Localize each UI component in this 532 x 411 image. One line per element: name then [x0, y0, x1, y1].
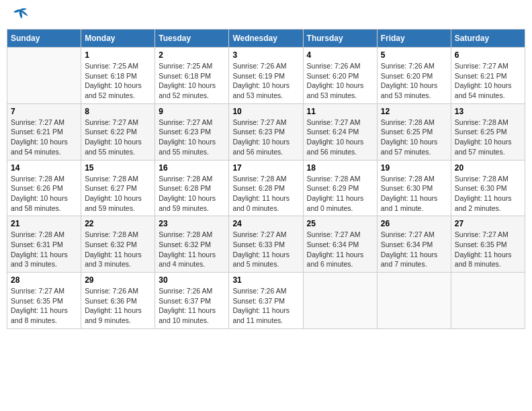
day-number: 8: [85, 107, 151, 116]
day-number: 10: [232, 107, 299, 116]
calendar-cell: 20Sunrise: 7:28 AMSunset: 6:30 PMDayligh…: [451, 160, 525, 216]
calendar: SundayMondayTuesdayWednesdayThursdayFrid…: [7, 29, 525, 329]
day-number: 12: [381, 107, 447, 116]
header: [7, 7, 525, 25]
calendar-cell: 14Sunrise: 7:28 AMSunset: 6:26 PMDayligh…: [7, 160, 81, 216]
calendar-cell: 5Sunrise: 7:26 AMSunset: 6:20 PMDaylight…: [377, 48, 451, 104]
day-number: 23: [159, 219, 225, 228]
calendar-cell: 29Sunrise: 7:26 AMSunset: 6:36 PMDayligh…: [81, 273, 155, 329]
calendar-cell: 25Sunrise: 7:27 AMSunset: 6:34 PMDayligh…: [303, 216, 377, 273]
day-number: 17: [232, 163, 299, 173]
day-header-sunday: Sunday: [7, 30, 81, 48]
calendar-cell: 12Sunrise: 7:28 AMSunset: 6:25 PMDayligh…: [377, 103, 451, 160]
calendar-cell: 13Sunrise: 7:28 AMSunset: 6:25 PMDayligh…: [451, 103, 525, 160]
day-info: Sunrise: 7:28 AMSunset: 6:32 PMDaylight:…: [159, 230, 225, 269]
day-number: 7: [11, 107, 77, 116]
day-number: 20: [455, 163, 521, 173]
day-number: 15: [85, 163, 151, 173]
logo-text: [9, 7, 30, 25]
calendar-cell: 19Sunrise: 7:28 AMSunset: 6:30 PMDayligh…: [377, 160, 451, 216]
calendar-cell: 17Sunrise: 7:28 AMSunset: 6:28 PMDayligh…: [229, 160, 303, 216]
day-number: 18: [307, 163, 373, 173]
day-info: Sunrise: 7:27 AMSunset: 6:35 PMDaylight:…: [455, 230, 521, 269]
calendar-cell: 9Sunrise: 7:27 AMSunset: 6:23 PMDaylight…: [155, 103, 229, 160]
day-info: Sunrise: 7:28 AMSunset: 6:25 PMDaylight:…: [455, 118, 521, 157]
calendar-cell: 15Sunrise: 7:28 AMSunset: 6:27 PMDayligh…: [81, 160, 155, 216]
day-number: 21: [11, 219, 77, 228]
day-info: Sunrise: 7:26 AMSunset: 6:37 PMDaylight:…: [159, 286, 225, 326]
logo-bird-icon: [11, 7, 30, 21]
calendar-cell: 2Sunrise: 7:25 AMSunset: 6:18 PMDaylight…: [155, 48, 229, 104]
day-number: 27: [455, 219, 521, 228]
calendar-header-row: SundayMondayTuesdayWednesdayThursdayFrid…: [7, 30, 525, 48]
day-info: Sunrise: 7:28 AMSunset: 6:32 PMDaylight:…: [85, 230, 151, 269]
day-info: Sunrise: 7:26 AMSunset: 6:20 PMDaylight:…: [307, 61, 373, 101]
calendar-cell: 8Sunrise: 7:27 AMSunset: 6:22 PMDaylight…: [81, 103, 155, 160]
calendar-cell: 31Sunrise: 7:26 AMSunset: 6:37 PMDayligh…: [229, 273, 303, 329]
day-header-thursday: Thursday: [303, 30, 377, 48]
calendar-cell: 18Sunrise: 7:28 AMSunset: 6:29 PMDayligh…: [303, 160, 377, 216]
calendar-cell: 4Sunrise: 7:26 AMSunset: 6:20 PMDaylight…: [303, 48, 377, 104]
calendar-week-row: 1Sunrise: 7:25 AMSunset: 6:18 PMDaylight…: [7, 48, 525, 104]
logo: [9, 7, 30, 25]
day-info: Sunrise: 7:27 AMSunset: 6:34 PMDaylight:…: [307, 230, 373, 269]
day-info: Sunrise: 7:26 AMSunset: 6:20 PMDaylight:…: [381, 61, 447, 101]
day-header-saturday: Saturday: [451, 30, 525, 48]
day-number: 29: [85, 275, 151, 285]
calendar-cell: 26Sunrise: 7:27 AMSunset: 6:34 PMDayligh…: [377, 216, 451, 273]
calendar-cell: 21Sunrise: 7:28 AMSunset: 6:31 PMDayligh…: [7, 216, 81, 273]
day-info: Sunrise: 7:25 AMSunset: 6:18 PMDaylight:…: [85, 61, 151, 101]
day-info: Sunrise: 7:28 AMSunset: 6:28 PMDaylight:…: [232, 174, 299, 214]
calendar-cell: [303, 273, 377, 329]
day-info: Sunrise: 7:27 AMSunset: 6:21 PMDaylight:…: [455, 61, 521, 101]
day-info: Sunrise: 7:27 AMSunset: 6:34 PMDaylight:…: [381, 230, 447, 269]
day-info: Sunrise: 7:26 AMSunset: 6:36 PMDaylight:…: [85, 286, 151, 326]
calendar-cell: [451, 273, 525, 329]
day-number: 1: [85, 50, 151, 60]
day-header-tuesday: Tuesday: [155, 30, 229, 48]
calendar-cell: 30Sunrise: 7:26 AMSunset: 6:37 PMDayligh…: [155, 273, 229, 329]
day-info: Sunrise: 7:27 AMSunset: 6:23 PMDaylight:…: [232, 118, 299, 157]
day-number: 9: [159, 107, 225, 116]
day-number: 2: [159, 50, 225, 60]
day-number: 3: [232, 50, 299, 60]
day-info: Sunrise: 7:27 AMSunset: 6:33 PMDaylight:…: [232, 230, 299, 269]
day-number: 16: [159, 163, 225, 173]
calendar-cell: 16Sunrise: 7:28 AMSunset: 6:28 PMDayligh…: [155, 160, 229, 216]
calendar-cell: 27Sunrise: 7:27 AMSunset: 6:35 PMDayligh…: [451, 216, 525, 273]
calendar-week-row: 7Sunrise: 7:27 AMSunset: 6:21 PMDaylight…: [7, 103, 525, 160]
day-number: 22: [85, 219, 151, 228]
day-header-monday: Monday: [81, 30, 155, 48]
calendar-cell: 22Sunrise: 7:28 AMSunset: 6:32 PMDayligh…: [81, 216, 155, 273]
calendar-cell: 24Sunrise: 7:27 AMSunset: 6:33 PMDayligh…: [229, 216, 303, 273]
calendar-week-row: 21Sunrise: 7:28 AMSunset: 6:31 PMDayligh…: [7, 216, 525, 273]
day-info: Sunrise: 7:28 AMSunset: 6:25 PMDaylight:…: [381, 118, 447, 157]
day-info: Sunrise: 7:27 AMSunset: 6:35 PMDaylight:…: [11, 286, 77, 326]
calendar-cell: 3Sunrise: 7:26 AMSunset: 6:19 PMDaylight…: [229, 48, 303, 104]
day-info: Sunrise: 7:27 AMSunset: 6:22 PMDaylight:…: [85, 118, 151, 157]
day-info: Sunrise: 7:28 AMSunset: 6:29 PMDaylight:…: [307, 174, 373, 214]
day-number: 11: [307, 107, 373, 116]
day-number: 28: [11, 275, 77, 285]
day-info: Sunrise: 7:25 AMSunset: 6:18 PMDaylight:…: [159, 61, 225, 101]
day-number: 30: [159, 275, 225, 285]
day-number: 5: [381, 50, 447, 60]
calendar-cell: 11Sunrise: 7:27 AMSunset: 6:24 PMDayligh…: [303, 103, 377, 160]
day-info: Sunrise: 7:27 AMSunset: 6:24 PMDaylight:…: [307, 118, 373, 157]
calendar-cell: 7Sunrise: 7:27 AMSunset: 6:21 PMDaylight…: [7, 103, 81, 160]
day-info: Sunrise: 7:28 AMSunset: 6:28 PMDaylight:…: [159, 174, 225, 214]
calendar-cell: [7, 48, 81, 104]
calendar-cell: 28Sunrise: 7:27 AMSunset: 6:35 PMDayligh…: [7, 273, 81, 329]
day-info: Sunrise: 7:26 AMSunset: 6:37 PMDaylight:…: [232, 286, 299, 326]
day-info: Sunrise: 7:26 AMSunset: 6:19 PMDaylight:…: [232, 61, 299, 101]
day-info: Sunrise: 7:28 AMSunset: 6:30 PMDaylight:…: [381, 174, 447, 214]
day-info: Sunrise: 7:28 AMSunset: 6:31 PMDaylight:…: [11, 230, 77, 269]
day-number: 14: [11, 163, 77, 173]
calendar-cell: 6Sunrise: 7:27 AMSunset: 6:21 PMDaylight…: [451, 48, 525, 104]
calendar-cell: 23Sunrise: 7:28 AMSunset: 6:32 PMDayligh…: [155, 216, 229, 273]
day-info: Sunrise: 7:28 AMSunset: 6:27 PMDaylight:…: [85, 174, 151, 214]
day-number: 26: [381, 219, 447, 228]
calendar-week-row: 14Sunrise: 7:28 AMSunset: 6:26 PMDayligh…: [7, 160, 525, 216]
calendar-cell: 10Sunrise: 7:27 AMSunset: 6:23 PMDayligh…: [229, 103, 303, 160]
day-info: Sunrise: 7:28 AMSunset: 6:26 PMDaylight:…: [11, 174, 77, 214]
